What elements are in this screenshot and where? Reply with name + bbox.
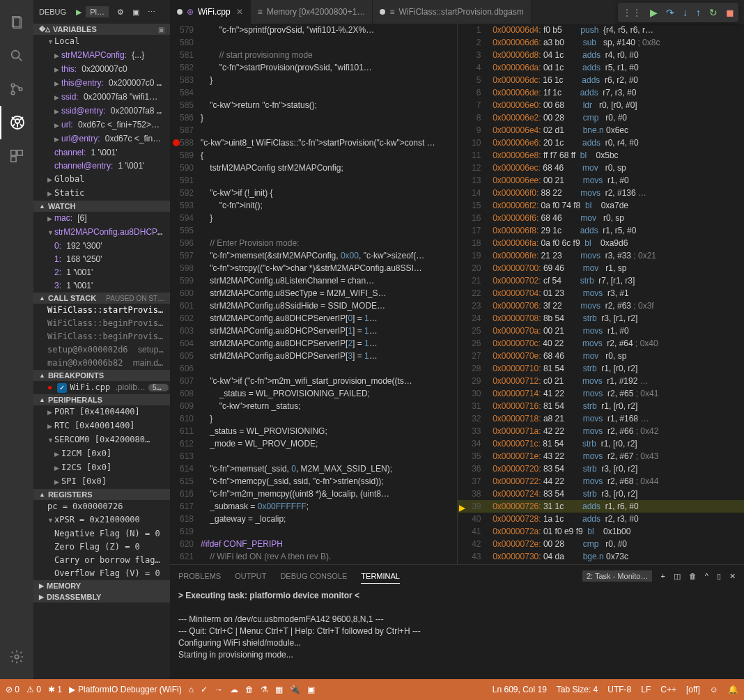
code-line[interactable]: 614 "c-fn">memset(_ssid, 0, M2M_MAX_SSID… bbox=[170, 462, 457, 475]
asm-line[interactable]: 36 0x00000720: 83 54 strb r3, [r0, r2] bbox=[458, 462, 745, 475]
code-line[interactable]: 621 // WiFi led ON (rev A then rev B). bbox=[170, 550, 457, 563]
registers-header[interactable]: ▲REGISTERS bbox=[33, 489, 170, 500]
status-warnings[interactable]: ⚠ 0 bbox=[26, 685, 41, 694]
watch-row[interactable]: ▶mac: [6] bbox=[33, 212, 170, 226]
code-line[interactable]: 595 bbox=[170, 224, 457, 237]
step-into-icon[interactable]: ↓ bbox=[683, 7, 688, 18]
asm-line[interactable]: 24 0x00000708: 8b 54 strb r3, [r1, r2] bbox=[458, 312, 745, 325]
register-flag[interactable]: Carry or borrow flag (… bbox=[33, 554, 170, 567]
asm-line[interactable]: 42 0x0000072e: 00 28 cmp r0, #0 bbox=[458, 538, 745, 550]
asm-line[interactable]: 23 0x00000706: 3f 22 movs r2, #63 ; 0x3f bbox=[458, 300, 745, 312]
asm-line[interactable]: 7 0x000006e0: 00 68 ldr r0, [r0, #0] bbox=[458, 99, 745, 111]
asm-line[interactable]: 37 0x00000722: 44 22 movs r2, #68 ; 0x44 bbox=[458, 475, 745, 488]
close-tab-icon[interactable]: ✕ bbox=[236, 7, 243, 17]
asm-line[interactable]: 12 0x000006ec: 68 46 mov r0, sp bbox=[458, 162, 745, 174]
status-bell-icon[interactable]: 🔔 bbox=[728, 685, 738, 694]
status-git[interactable]: ✱ 1 bbox=[48, 685, 62, 694]
code-line[interactable]: 585 "c-kw">return "c-fn">status(); bbox=[170, 99, 457, 111]
panel-tab-problems[interactable]: PROBLEMS bbox=[178, 569, 221, 584]
variable-row[interactable]: channel@entry: 1 '\001' bbox=[33, 160, 170, 173]
restart-icon[interactable]: ↻ bbox=[709, 7, 718, 18]
code-line[interactable]: 592 "c-kw">if (!_init) { bbox=[170, 187, 457, 199]
tab-0[interactable]: ⊕WiFi.cpp✕ bbox=[170, 0, 251, 24]
panel-tab-output[interactable]: OUTPUT bbox=[235, 569, 266, 584]
register-flag[interactable]: Overflow Flag (V) = 0 bbox=[33, 567, 170, 580]
peripheral-row[interactable]: ▶PORT [0x41004400] bbox=[33, 405, 170, 419]
asm-line[interactable]: 26 0x0000070c: 40 22 movs r2, #64 ; 0x40 bbox=[458, 337, 745, 350]
status-debugger[interactable]: ▶ PlatformIO Debugger (WiFi) bbox=[69, 685, 182, 694]
status-lang[interactable]: C++ bbox=[660, 685, 676, 694]
stack-frame[interactable]: WiFiClass::startProvision@ bbox=[33, 304, 170, 317]
status-cursor[interactable]: Ln 609, Col 19 bbox=[493, 685, 547, 694]
asm-line[interactable]: 35 0x0000071e: 43 22 movs r2, #67 ; 0x43 bbox=[458, 450, 745, 462]
code-line[interactable]: 620#ifdef CONF_PERIPH bbox=[170, 538, 457, 550]
new-terminal-icon[interactable]: + bbox=[660, 572, 665, 580]
code-line[interactable]: 613 bbox=[170, 450, 457, 462]
asm-line[interactable]: 6 0x000006de: 1f 1c adds r7, r3, #0 bbox=[458, 86, 745, 99]
stack-frame[interactable]: setup@0x000002d6 setup… bbox=[33, 343, 170, 357]
panel-tab-debug console[interactable]: DEBUG CONSOLE bbox=[280, 569, 347, 584]
tab-2[interactable]: ≡WiFiClass::startProvision.dbgasm bbox=[373, 0, 531, 24]
code-line[interactable]: 581 // start provisioning mode bbox=[170, 49, 457, 61]
status-encoding[interactable]: UTF-8 bbox=[607, 685, 631, 694]
watch-row[interactable]: ▼strM2MAPConfig.au8DHCPSer… bbox=[33, 226, 170, 240]
scope-global[interactable]: ▶Global bbox=[33, 173, 170, 187]
gear-icon[interactable]: ⚙ bbox=[117, 8, 124, 17]
asm-line[interactable]: 16 0x000006f6: 68 46 mov r0, sp bbox=[458, 212, 745, 224]
status-port[interactable]: [off] bbox=[686, 685, 700, 694]
peripheral-child[interactable]: ▶I2CM [0x0] bbox=[33, 447, 170, 461]
code-line[interactable]: 611 _status = WL_PROVISIONING; bbox=[170, 425, 457, 437]
register-flag[interactable]: Zero Flag (Z) = 0 bbox=[33, 540, 170, 554]
status-feedback-icon[interactable]: ☺ bbox=[710, 685, 718, 694]
code-line[interactable]: 606 bbox=[170, 362, 457, 375]
kill-terminal-icon[interactable]: 🗑 bbox=[689, 572, 697, 580]
settings-icon[interactable] bbox=[0, 640, 33, 674]
register-flag[interactable]: Negative Flag (N) = 0 bbox=[33, 527, 170, 540]
code-line[interactable]: 607 "c-kw">if ("c-fn">m2m_wifi_start_pro… bbox=[170, 375, 457, 387]
asm-line[interactable]: ▶39 0x00000726: 31 1c adds r1, r6, #0 bbox=[458, 500, 745, 513]
code-editor-right[interactable]: 1 0x000006d4: f0 b5 push {r4, r5, r6, r…… bbox=[457, 24, 745, 564]
pio-terminal-icon[interactable]: ▣ bbox=[307, 685, 315, 694]
variable-row[interactable]: channel: 1 '\001' bbox=[33, 146, 170, 160]
code-line[interactable]: 584 bbox=[170, 86, 457, 99]
peripherals-header[interactable]: ▲PERIPHERALS bbox=[33, 394, 170, 405]
code-line[interactable]: 582 "c-fn">startProvision(provSsid, "wif… bbox=[170, 61, 457, 74]
asm-line[interactable]: 27 0x0000070e: 68 46 mov r0, sp bbox=[458, 350, 745, 362]
asm-line[interactable]: 17 0x000006f8: 29 1c adds r1, r5, #0 bbox=[458, 224, 745, 237]
disassembly-header[interactable]: ▶DISASSEMBLY bbox=[33, 591, 170, 602]
code-line[interactable]: 617 _submask = 0x00FFFFFF; bbox=[170, 500, 457, 513]
code-line[interactable]: 602 strM2MAPConfig.au8DHCPServerIP[0] = … bbox=[170, 312, 457, 325]
watch-child[interactable]: 0: 192 '\300' bbox=[33, 240, 170, 253]
asm-line[interactable]: 13 0x000006ee: 00 21 movs r1, #0 bbox=[458, 174, 745, 187]
asm-line[interactable]: 1 0x000006d4: f0 b5 push {r4, r5, r6, r… bbox=[458, 24, 745, 36]
code-line[interactable]: 615 "c-fn">memcpy(_ssid, ssid, "c-fn">st… bbox=[170, 475, 457, 488]
close-panel-icon[interactable]: ✕ bbox=[729, 572, 736, 581]
pio-task-icon[interactable]: ▦ bbox=[275, 685, 283, 694]
variable-row[interactable]: ▶this: 0x200007c0 bbox=[33, 63, 170, 77]
asm-line[interactable]: 5 0x000006dc: 16 1c adds r6, r2, #0 bbox=[458, 74, 745, 86]
asm-line[interactable]: 21 0x00000702: cf 54 strb r7, [r1, r3] bbox=[458, 274, 745, 287]
pio-home-icon[interactable]: ⌂ bbox=[189, 685, 194, 694]
asm-line[interactable]: 28 0x00000710: 81 54 strb r1, [r0, r2] bbox=[458, 362, 745, 375]
search-icon[interactable] bbox=[0, 39, 33, 72]
code-line[interactable]: 609 "c-kw">return _status; bbox=[170, 400, 457, 412]
asm-line[interactable]: 3 0x000006d8: 04 1c adds r4, r0, #0 bbox=[458, 49, 745, 61]
variable-row[interactable]: ▶this@entry: 0x200007c0 <… bbox=[33, 77, 170, 91]
breakpoint-row[interactable]: ● ✓WiFi.cpp .piolib…588 bbox=[33, 381, 170, 394]
debug-config-select[interactable]: Pl… bbox=[86, 6, 109, 17]
terminal-select[interactable]: 2: Task - Monito… bbox=[582, 570, 652, 582]
split-terminal-icon[interactable]: ◫ bbox=[674, 572, 681, 581]
asm-line[interactable]: 2 0x000006d6: a3 b0 sub sp, #140 ; 0x8c bbox=[458, 36, 745, 49]
step-out-icon[interactable]: ↑ bbox=[696, 7, 701, 18]
terminal-output[interactable]: > Executing task: platformio device moni… bbox=[170, 587, 744, 664]
watch-header[interactable]: ▲WATCH bbox=[33, 201, 170, 212]
asm-line[interactable]: 14 0x000006f0: 88 22 movs r2, #136 … bbox=[458, 187, 745, 199]
code-editor-left[interactable]: 579 "c-fn">sprintf(provSsid, "wifi101-%.… bbox=[170, 24, 457, 564]
step-over-icon[interactable]: ↷ bbox=[666, 7, 674, 18]
register-row[interactable]: pc = 0x00000726 bbox=[33, 500, 170, 513]
watch-child[interactable]: 2: 1 '\001' bbox=[33, 266, 170, 279]
asm-line[interactable]: 10 0x000006e6: 20 1c adds r0, r4, #0 bbox=[458, 137, 745, 149]
code-line[interactable]: 600 strM2MAPConfig.u8SecType = M2M_WIFI_… bbox=[170, 287, 457, 300]
asm-line[interactable]: 40 0x00000728: 1a 1c adds r2, r3, #0 bbox=[458, 513, 745, 525]
asm-line[interactable]: 15 0x000006f2: 0a f0 74 f8 bl 0xa7de bbox=[458, 199, 745, 212]
